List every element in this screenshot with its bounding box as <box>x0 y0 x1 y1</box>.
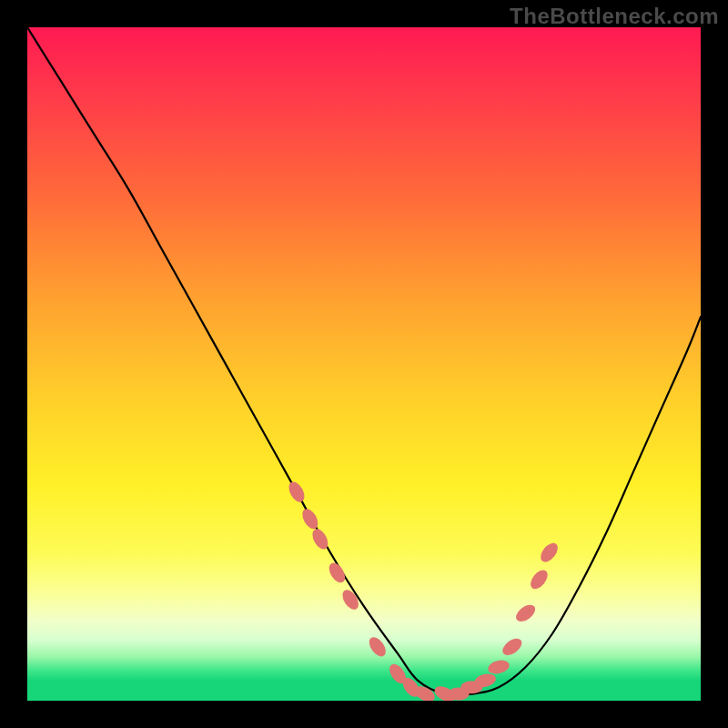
marker-dot <box>527 567 551 592</box>
bottleneck-curve <box>27 27 701 695</box>
chart-frame: TheBottleneck.com <box>0 0 728 728</box>
marker-dot <box>299 506 321 531</box>
marker-dot <box>538 540 561 564</box>
watermark-text: TheBottleneck.com <box>510 4 719 29</box>
marker-dot <box>286 480 308 505</box>
curve-svg <box>27 27 701 701</box>
marker-group <box>286 480 561 701</box>
plot-area <box>27 27 701 701</box>
marker-dot <box>500 635 525 659</box>
marker-dot <box>513 602 539 625</box>
marker-dot <box>487 658 511 675</box>
